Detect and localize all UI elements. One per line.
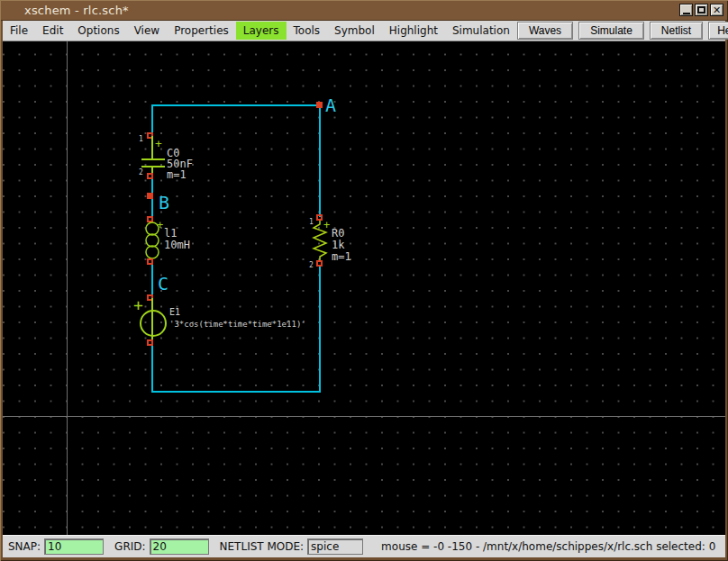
origin-axis-y <box>67 41 68 535</box>
window-body: File Edit Options View Properties Layers… <box>3 21 725 557</box>
resistor-pin2-number: 2 <box>309 262 314 269</box>
menu-properties[interactable]: Properties <box>167 22 236 40</box>
menu-file[interactable]: File <box>3 22 35 40</box>
snap-input[interactable] <box>44 538 104 555</box>
capacitor-plate-top <box>141 158 165 160</box>
capacitor-pin2-marker <box>147 173 153 179</box>
grid-label: GRID: <box>114 540 145 553</box>
snap-label: SNAP: <box>8 540 41 553</box>
inductor-value: 10mH <box>164 240 190 251</box>
junction-b-marker <box>147 193 153 199</box>
source-value: '3*cos(time*time*time*1e11)' <box>169 321 306 329</box>
grid-input[interactable] <box>150 538 209 555</box>
window-controls: ✕ <box>679 4 723 16</box>
capacitor-pin2-number: 2 <box>139 169 143 176</box>
resistor-value: 1k <box>332 240 344 251</box>
wire-right-upper[interactable] <box>319 104 321 217</box>
resistor-name: R0 <box>332 228 344 240</box>
resistor-plus-mark: + <box>323 220 330 231</box>
wire-left-top[interactable] <box>151 104 153 135</box>
capacitor-plate-bottom <box>141 166 165 167</box>
resistor-mult: m=1 <box>332 251 351 263</box>
source-circle <box>140 310 167 337</box>
inductor-plus-mark: + <box>157 220 163 231</box>
node-label-c[interactable]: C <box>158 275 168 293</box>
inductor-name: l1 <box>164 228 177 240</box>
close-button[interactable]: ✕ <box>710 4 723 16</box>
schematic-canvas[interactable]: A B C 1 2 + C0 50nF m=1 <box>3 41 725 535</box>
close-icon: ✕ <box>713 5 721 15</box>
capacitor-plus-mark: + <box>155 138 162 149</box>
minimize-icon <box>683 13 690 14</box>
wire-ind-to-src[interactable] <box>151 262 153 296</box>
capacitor-pin1-number: 1 <box>139 136 143 143</box>
menu-symbol[interactable]: Symbol <box>327 22 382 40</box>
minimize-button[interactable] <box>679 4 693 16</box>
junction-a-marker <box>316 102 323 108</box>
wire-right-lower[interactable] <box>319 265 321 393</box>
waves-button[interactable]: Waves <box>517 22 573 40</box>
node-label-a[interactable]: A <box>325 96 336 114</box>
resistor-pin2-marker <box>316 260 323 267</box>
mouse-coordinates-info: mouse = -0 -150 - /mnt/x/home/schippes/x… <box>381 540 715 553</box>
resistor-pin1-number: 1 <box>309 219 314 226</box>
source-plus-mark: + <box>133 297 143 313</box>
netlist-mode-label: NETLIST MODE: <box>220 540 305 553</box>
menu-options[interactable]: Options <box>70 22 126 40</box>
resistor-pin1-marker <box>316 214 323 221</box>
menu-simulation[interactable]: Simulation <box>445 22 517 40</box>
statusbar: SNAP: GRID: NETLIST MODE: mouse = -0 -15… <box>3 535 725 557</box>
capacitor-mult: m=1 <box>167 169 187 181</box>
inductor-pin2-marker <box>147 258 153 265</box>
capacitor-lead-top <box>151 136 153 159</box>
titlebar[interactable]: xschem - rlc.sch* ✕ <box>1 1 727 21</box>
node-label-b[interactable]: B <box>159 194 169 212</box>
maximize-icon <box>697 6 705 14</box>
menu-edit[interactable]: Edit <box>35 22 70 40</box>
menubar: File Edit Options View Properties Layers… <box>3 21 725 41</box>
origin-axis-x <box>3 416 725 417</box>
simulate-button[interactable]: Simulate <box>578 22 644 40</box>
netlist-mode-input[interactable] <box>307 538 363 555</box>
wire-src-to-bottom[interactable] <box>151 344 153 393</box>
source-name: E1 <box>169 308 180 318</box>
menu-highlight[interactable]: Highlight <box>382 22 445 40</box>
help-button[interactable]: Help <box>708 22 728 40</box>
menu-tools[interactable]: Tools <box>287 22 328 40</box>
source-pin2-marker <box>147 339 153 346</box>
menu-view[interactable]: View <box>127 22 167 40</box>
xschem-window: xschem - rlc.sch* ✕ File Edit Options Vi… <box>0 0 728 561</box>
window-title: xschem - rlc.sch* <box>24 4 129 17</box>
maximize-button[interactable] <box>695 4 708 16</box>
menu-layers[interactable]: Layers <box>236 22 287 40</box>
wire-bottom[interactable] <box>152 391 321 393</box>
netlist-button[interactable]: Netlist <box>650 22 703 40</box>
wire-top[interactable] <box>152 104 321 106</box>
